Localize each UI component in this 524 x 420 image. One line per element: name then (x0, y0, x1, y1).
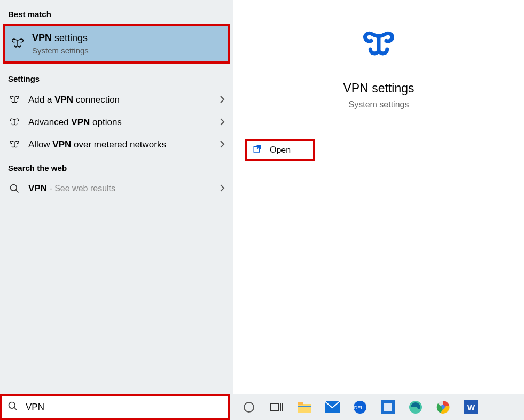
section-header-settings: Settings (0, 67, 233, 89)
svg-text:DELL: DELL (354, 405, 366, 410)
settings-item-advanced-vpn[interactable]: Advanced VPN options (0, 111, 233, 134)
settings-item-allow-vpn-metered[interactable]: Allow VPN over metered networks (0, 134, 233, 156)
divider (233, 131, 524, 131)
word-icon[interactable]: W (462, 398, 481, 417)
taskbar-search[interactable] (0, 394, 230, 420)
vpn-icon (8, 139, 21, 151)
open-icon (253, 144, 262, 156)
task-view-icon[interactable] (267, 398, 286, 417)
search-icon (8, 183, 21, 194)
best-match-subtitle: System settings (32, 46, 89, 55)
svg-line-1 (16, 190, 19, 193)
svg-rect-11 (298, 406, 311, 407)
taskbar: DELL W (0, 394, 524, 420)
svg-rect-10 (298, 402, 303, 405)
open-label: Open (270, 145, 291, 155)
edge-icon[interactable] (406, 398, 425, 417)
vpn-icon (360, 27, 397, 66)
search-icon (7, 401, 18, 414)
chevron-right-icon (220, 184, 225, 194)
results-panel: Best match VPN settings System settings … (0, 0, 233, 394)
svg-point-5 (244, 402, 254, 412)
section-header-best-match: Best match (0, 2, 233, 24)
detail-panel: VPN settings System settings Open (233, 0, 524, 394)
section-header-web: Search the web (0, 156, 233, 178)
vpn-icon (8, 116, 21, 128)
file-explorer-icon[interactable] (295, 398, 314, 417)
svg-point-0 (11, 185, 17, 191)
web-result-vpn[interactable]: VPN - See web results (0, 178, 233, 199)
best-match-title: VPN settings (32, 33, 89, 44)
best-match-vpn-settings[interactable]: VPN settings System settings (3, 24, 230, 64)
search-input[interactable] (26, 402, 222, 413)
dell-icon[interactable]: DELL (350, 398, 370, 417)
app-icon-blue[interactable] (378, 398, 397, 417)
open-button[interactable]: Open (245, 139, 315, 161)
svg-line-4 (14, 408, 17, 410)
settings-item-add-vpn[interactable]: Add a VPN connection (0, 89, 233, 111)
svg-rect-16 (384, 403, 392, 411)
vpn-icon (8, 94, 21, 106)
svg-rect-6 (270, 403, 279, 411)
svg-rect-9 (298, 404, 311, 413)
svg-text:W: W (467, 403, 475, 412)
cortana-icon[interactable] (239, 398, 259, 417)
vpn-icon (9, 36, 27, 51)
mail-icon[interactable] (323, 398, 342, 417)
chevron-right-icon (220, 95, 225, 105)
taskbar-icons: DELL W (230, 398, 481, 417)
chevron-right-icon (220, 140, 225, 150)
svg-point-3 (9, 402, 15, 409)
detail-title: VPN settings (343, 81, 414, 96)
detail-subtitle: System settings (349, 100, 409, 110)
chevron-right-icon (220, 118, 225, 128)
chrome-icon[interactable] (434, 398, 453, 417)
